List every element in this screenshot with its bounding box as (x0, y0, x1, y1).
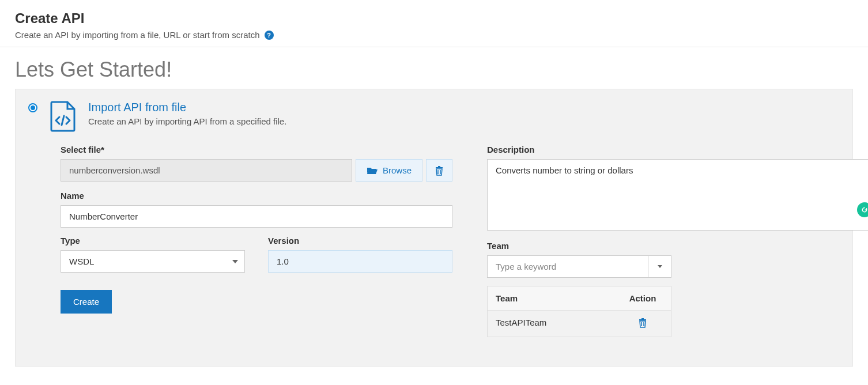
grammarly-g-icon (860, 205, 868, 214)
team-table-col-team: Team (496, 293, 622, 303)
trash-icon (435, 165, 444, 176)
team-table-header: Team Action (488, 286, 671, 311)
team-table-col-action: Action (622, 293, 663, 303)
form-columns: Select file* numberconversion.wsdl Brows… (28, 145, 840, 345)
svg-rect-0 (436, 167, 443, 168)
clear-file-button[interactable] (426, 159, 452, 182)
version-input[interactable] (268, 250, 452, 273)
option-icon-wrap (50, 101, 76, 132)
name-input[interactable] (61, 205, 452, 228)
team-select-row (487, 255, 671, 278)
folder-open-icon (367, 166, 378, 175)
content-area: Lets Get Started! Import API from file C… (0, 47, 868, 377)
team-dropdown-button[interactable] (648, 255, 671, 278)
team-row-action (622, 318, 663, 330)
option-text-block: Import API from file Create an API by im… (88, 101, 286, 126)
page-header: Create API Create an API by importing fr… (0, 0, 868, 47)
team-table-row: TestAPITeam (488, 311, 671, 337)
form-left-column: Select file* numberconversion.wsdl Brows… (61, 145, 452, 345)
svg-rect-6 (641, 318, 644, 319)
select-file-block: Select file* numberconversion.wsdl Brows… (61, 145, 452, 182)
type-version-row: Type WSDL Version (61, 236, 452, 281)
trash-icon (638, 318, 647, 328)
import-panel: Import API from file Create an API by im… (15, 89, 853, 367)
svg-rect-5 (639, 319, 646, 320)
page-subtitle-row: Create an API by importing from a file, … (15, 30, 853, 40)
option-row: Import API from file Create an API by im… (28, 101, 840, 132)
svg-rect-1 (438, 166, 440, 167)
team-block: Team Team Action TestAPITeam (487, 241, 868, 337)
team-table: Team Action TestAPITeam (487, 286, 671, 337)
selected-file-display: numberconversion.wsdl (61, 159, 352, 182)
description-block: Description (487, 145, 868, 233)
type-select-wrap: WSDL (61, 250, 245, 273)
name-block: Name (61, 191, 452, 228)
version-label: Version (268, 236, 452, 246)
page-title: Create API (15, 10, 853, 27)
delete-team-button[interactable] (638, 318, 647, 328)
section-heading: Lets Get Started! (15, 58, 853, 82)
page-subtitle: Create an API by importing from a file, … (15, 30, 260, 40)
option-radio[interactable] (28, 103, 37, 112)
browse-button[interactable]: Browse (356, 159, 422, 182)
option-description: Create an API by importing API from a sp… (88, 116, 286, 126)
type-label: Type (61, 236, 245, 246)
team-row-name: TestAPITeam (496, 318, 622, 330)
form-right-column: Description Team (487, 145, 868, 345)
team-input[interactable] (487, 255, 648, 278)
help-icon[interactable]: ? (265, 31, 274, 40)
description-label: Description (487, 145, 868, 154)
version-block: Version (268, 236, 452, 273)
browse-button-label: Browse (383, 165, 412, 175)
grammarly-icon[interactable] (857, 202, 868, 217)
file-row: numberconversion.wsdl Browse (61, 159, 452, 182)
code-file-icon (50, 101, 76, 132)
description-input[interactable] (487, 159, 868, 231)
team-label: Team (487, 241, 868, 251)
name-label: Name (61, 191, 452, 201)
type-select[interactable]: WSDL (61, 250, 245, 273)
type-block: Type WSDL (61, 236, 245, 273)
option-title: Import API from file (88, 101, 286, 114)
create-button[interactable]: Create (61, 290, 112, 314)
select-file-label: Select file* (61, 145, 452, 154)
